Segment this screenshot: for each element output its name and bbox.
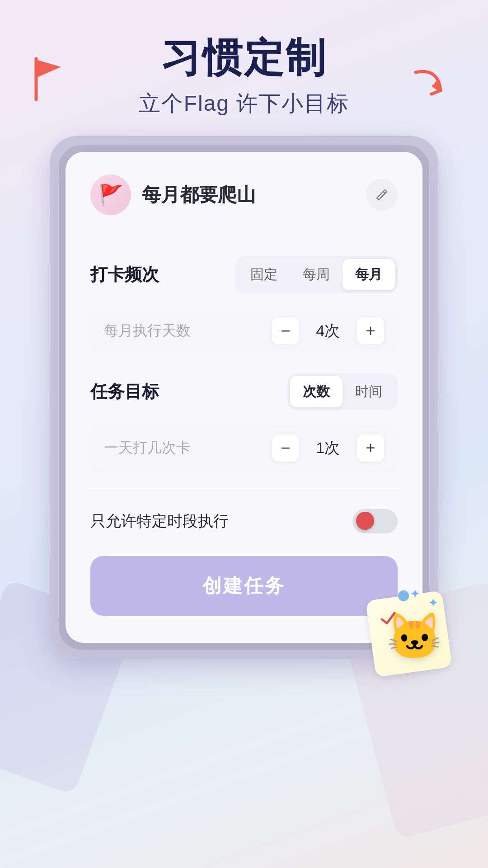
frequency-btn-group: 固定 每周 每月 bbox=[235, 256, 398, 293]
create-task-button[interactable]: 创建任务 bbox=[90, 556, 398, 616]
monthly-days-row: 每月执行天数 − 4次 + bbox=[90, 307, 398, 355]
time-restriction-toggle[interactable] bbox=[352, 509, 398, 533]
device-inner: 🚩 每月都要爬山 打卡频次 固定 每周 每月 bbox=[59, 145, 429, 650]
task-goal-option-count[interactable]: 次数 bbox=[290, 376, 343, 407]
flag-decoration bbox=[27, 54, 68, 111]
monthly-days-decrease[interactable]: − bbox=[272, 317, 299, 344]
frequency-section: 打卡频次 固定 每周 每月 bbox=[90, 256, 398, 293]
daily-count-stepper: − 1次 + bbox=[272, 434, 384, 462]
time-restriction-row: 只允许特定时段执行 bbox=[90, 509, 398, 533]
frequency-option-monthly[interactable]: 每月 bbox=[343, 259, 395, 290]
habit-card: 🚩 每月都要爬山 打卡频次 固定 每周 每月 bbox=[66, 152, 422, 643]
frequency-option-fixed[interactable]: 固定 bbox=[238, 259, 290, 290]
task-goal-btn-group: 次数 时间 bbox=[287, 373, 398, 410]
divider-1 bbox=[86, 238, 402, 238]
toggle-knob bbox=[356, 512, 374, 530]
time-restriction-label: 只允许特定时段执行 bbox=[90, 511, 229, 532]
sparkle-1: ✦ bbox=[410, 586, 420, 601]
daily-count-label: 一天打几次卡 bbox=[104, 438, 191, 458]
habit-icon: 🚩 bbox=[90, 175, 131, 215]
frequency-option-weekly[interactable]: 每周 bbox=[290, 259, 343, 290]
device-frame: 🚩 每月都要爬山 打卡频次 固定 每周 每月 bbox=[50, 136, 438, 659]
daily-count-row: 一天打几次卡 − 1次 + bbox=[90, 424, 398, 472]
daily-count-decrease[interactable]: − bbox=[272, 434, 299, 462]
task-goal-label: 任务目标 bbox=[90, 380, 159, 403]
habit-name: 每月都要爬山 bbox=[142, 182, 366, 208]
monthly-days-value: 4次 bbox=[310, 321, 346, 341]
monthly-days-increase[interactable]: + bbox=[357, 317, 384, 344]
edit-button[interactable] bbox=[366, 179, 398, 211]
sparkle-2: ✦ bbox=[428, 595, 438, 610]
daily-count-increase[interactable]: + bbox=[357, 434, 384, 462]
cat-mascot: ✦ ✦ 🐱 bbox=[357, 582, 447, 672]
cat-figure: 🐱 bbox=[386, 610, 443, 663]
task-goal-section: 任务目标 次数 时间 bbox=[90, 373, 398, 410]
arrow-decoration bbox=[407, 63, 452, 108]
page-header: 习惯定制 立个Flag 许下小目标 bbox=[0, 0, 488, 136]
habit-header: 🚩 每月都要爬山 bbox=[90, 175, 398, 215]
frequency-label: 打卡频次 bbox=[90, 263, 159, 286]
divider-2 bbox=[86, 491, 402, 491]
daily-count-value: 1次 bbox=[310, 438, 346, 458]
task-goal-option-time[interactable]: 时间 bbox=[343, 376, 395, 407]
monthly-days-label: 每月执行天数 bbox=[104, 321, 191, 341]
monthly-days-stepper: − 4次 + bbox=[272, 317, 384, 344]
